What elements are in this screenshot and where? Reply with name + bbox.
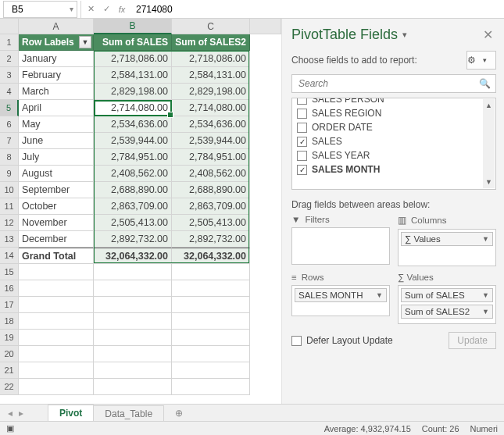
row-header[interactable]: 13 [0,231,19,248]
cell-b12[interactable]: 2,505,413.00 [94,215,172,231]
chevron-down-icon[interactable]: ▾ [70,5,73,13]
scrollbar[interactable]: ▲ ▼ [483,99,495,188]
defer-checkbox[interactable] [291,336,302,346]
columns-dropzone[interactable]: ∑ Values ▼ [398,229,496,266]
row-header[interactable]: 9 [0,166,19,182]
column-header-B[interactable]: B [94,19,172,34]
cell-c13[interactable]: 2,892,732.00 [172,231,250,248]
sheet-tab-pivot[interactable]: Pivot [48,405,94,423]
spreadsheet-grid[interactable]: A B C 1 Row Labels ▼ Sum of SALES Sum of… [0,19,281,409]
row-label[interactable]: April [19,100,94,116]
add-sheet-icon[interactable]: ⊕ [170,408,188,419]
row-header[interactable]: 6 [0,116,19,133]
cell-c10[interactable]: 2,688,890.00 [172,182,250,198]
checkbox[interactable] [297,123,307,133]
row-label[interactable]: August [19,166,94,182]
tab-nav-prev-icon[interactable]: ◂ [5,408,16,419]
row-label[interactable]: October [19,198,94,215]
row-header[interactable]: 19 [0,330,19,346]
row-header[interactable]: 1 [0,34,19,51]
row-header[interactable]: 21 [0,362,19,379]
values-dropzone[interactable]: Sum of SALES ▼ Sum of SALES2 ▼ [398,285,496,324]
empty-cell[interactable] [19,297,94,313]
row-header[interactable]: 16 [0,280,19,297]
row-label[interactable]: January [19,51,94,67]
fx-icon[interactable]: fx [114,5,130,14]
field-list[interactable]: SALES PERSONSALES REGIONORDER DATE✓SALES… [291,98,496,190]
empty-cell[interactable] [94,330,172,346]
cell-b13[interactable]: 2,892,732.00 [94,231,172,248]
chevron-down-icon[interactable]: ▼ [482,235,489,243]
checkbox[interactable] [297,109,307,119]
empty-cell[interactable] [94,379,172,395]
row-labels-header[interactable]: Row Labels ▼ [19,34,94,51]
sheet-tab-datatable[interactable]: Data_Table [93,405,164,422]
row-label[interactable]: July [19,149,94,166]
empty-cell[interactable] [19,379,94,395]
cell-c12[interactable]: 2,505,413.00 [172,215,250,231]
column-header-A[interactable]: A [19,19,94,34]
field-item-order-date[interactable]: ORDER DATE [292,120,495,134]
cell-b10[interactable]: 2,688,890.00 [94,182,172,198]
values-pill-sumsales2[interactable]: Sum of SALES2 ▼ [401,305,493,319]
row-header[interactable]: 11 [0,198,19,215]
row-label[interactable]: September [19,182,94,198]
cell-b9[interactable]: 2,408,562.00 [94,166,172,182]
columns-pill-values[interactable]: ∑ Values ▼ [401,232,493,246]
cell-c2[interactable]: 2,718,086.00 [172,51,250,67]
empty-cell[interactable] [19,330,94,346]
row-header[interactable]: 5 [0,100,19,116]
rows-dropzone[interactable]: SALES MONTH ▼ [291,285,390,316]
checkbox[interactable]: ✓ [297,165,307,175]
scroll-up-icon[interactable]: ▲ [483,99,495,112]
cell-b11[interactable]: 2,863,709.00 [94,198,172,215]
cell-c6[interactable]: 2,534,636.00 [172,116,250,133]
enter-icon[interactable]: ✓ [98,4,114,14]
empty-cell[interactable] [94,362,172,379]
row-header[interactable]: 15 [0,264,19,280]
cell-b4[interactable]: 2,829,198.00 [94,84,172,100]
row-label[interactable]: November [19,215,94,231]
search-input[interactable] [297,77,479,90]
field-item-sales-region[interactable]: SALES REGION [292,106,495,120]
cell-b3[interactable]: 2,584,131.00 [94,67,172,84]
panel-settings-button[interactable]: ⚙ ▾ [466,51,496,70]
empty-cell[interactable] [19,313,94,330]
row-header[interactable]: 10 [0,182,19,198]
cell-b2[interactable]: 2,718,086.00 [94,51,172,67]
checkbox[interactable]: ✓ [297,137,307,147]
chevron-down-icon[interactable]: ▼ [482,308,489,316]
column-header-C[interactable]: C [172,19,250,34]
field-item-sales[interactable]: ✓SALES [292,134,495,148]
empty-cell[interactable] [172,264,250,280]
scroll-down-icon[interactable]: ▼ [483,176,495,188]
empty-cell[interactable] [172,330,250,346]
row-label[interactable]: May [19,116,94,133]
filters-dropzone[interactable] [291,227,390,265]
row-header[interactable]: 7 [0,133,19,149]
empty-cell[interactable] [172,346,250,362]
row-label[interactable]: June [19,133,94,149]
formula-input[interactable] [130,0,504,18]
row-header[interactable]: 17 [0,297,19,313]
chevron-down-icon[interactable]: ▾ [402,30,407,40]
cell-b6[interactable]: 2,534,636.00 [94,116,172,133]
field-search[interactable]: 🔍 [291,74,496,93]
empty-cell[interactable] [172,280,250,297]
field-item-sales-year[interactable]: SALES YEAR [292,148,495,162]
row-header[interactable]: 12 [0,215,19,231]
row-header[interactable]: 18 [0,313,19,330]
row-header[interactable]: 3 [0,67,19,84]
row-labels-dropdown[interactable]: ▼ [79,36,91,48]
empty-cell[interactable] [94,264,172,280]
update-button[interactable]: Update [449,332,496,349]
chevron-down-icon[interactable]: ▼ [376,291,383,299]
row-label[interactable]: March [19,84,94,100]
empty-cell[interactable] [19,346,94,362]
row-header[interactable]: 22 [0,379,19,395]
empty-cell[interactable] [94,313,172,330]
name-box[interactable]: ▾ [3,1,77,18]
row-header[interactable]: 8 [0,149,19,166]
row-header[interactable]: 4 [0,84,19,100]
cell-reference-input[interactable] [10,3,57,16]
